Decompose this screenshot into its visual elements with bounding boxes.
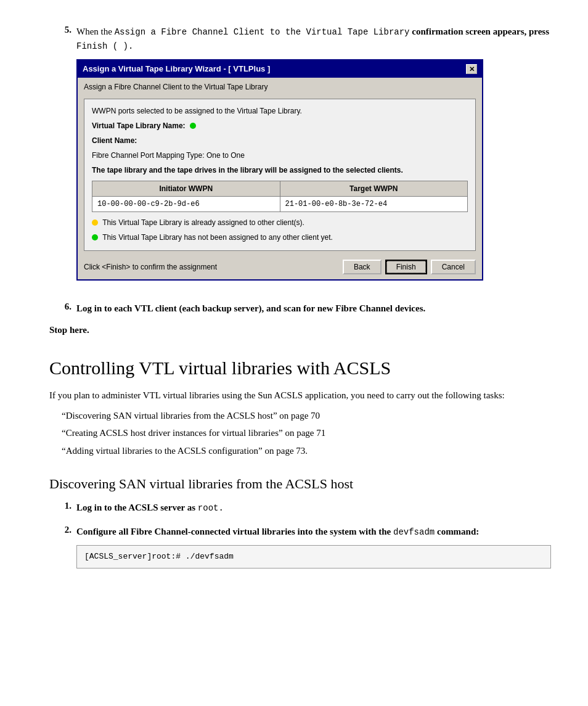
- dialog-titlebar: Assign a Virtual Tape Library Wizard - […: [78, 60, 482, 78]
- yellow-note-text: This Virtual Tape Library is already ass…: [102, 218, 304, 227]
- dialog-title: Assign a Virtual Tape Library Wizard - […: [83, 63, 270, 75]
- sub-step2-suffix: command:: [437, 527, 479, 536]
- bullet-list: “Discovering SAN virtual libraries from …: [62, 409, 551, 458]
- bullet-item-3: “Adding virtual libraries to the ACSLS c…: [62, 444, 551, 458]
- stop-here: Stop here.: [49, 325, 551, 335]
- yellow-note-line: This Virtual Tape Library is already ass…: [92, 217, 468, 228]
- step4-text: Log in to each VTL client (each backup s…: [76, 303, 425, 313]
- client-name-label: Client Name:: [92, 135, 468, 146]
- back-button[interactable]: Back: [343, 260, 382, 274]
- sub-step2-mono: devfsadm: [393, 527, 435, 537]
- subsection-heading: Discovering SAN virtual libraries from t…: [49, 476, 551, 492]
- wwpn-table: Initiator WWPN Target WWPN 10-00-00-00-c…: [92, 181, 468, 212]
- step3-finish: Finish ( ).: [76, 41, 133, 51]
- wwpn-note: WWPN ports selected to be assigned to th…: [92, 105, 468, 117]
- dialog-subtitle: Assign a Fibre Channel Client to the Vir…: [78, 78, 482, 95]
- sub-step2-text: Configure all Fibre Channel-connected vi…: [76, 527, 391, 536]
- finish-button[interactable]: Finish: [385, 260, 427, 274]
- step3-prefix: When the: [76, 27, 112, 36]
- green-dot-vtl: [190, 123, 196, 129]
- green-note-text: This Virtual Tape Library has not been a…: [102, 233, 333, 242]
- step3-suffix-bold: confirmation screen appears, press: [412, 27, 549, 36]
- section-intro: If you plan to administer VTL virtual li…: [49, 388, 551, 403]
- step3-mono1: Assign a Fibre Channel Client to the Vir…: [115, 27, 410, 37]
- dialog-buttons: Back Finish Cancel: [343, 260, 476, 274]
- green-note-line: This Virtual Tape Library has not been a…: [92, 232, 468, 243]
- dialog-body: WWPN ports selected to be assigned to th…: [84, 99, 476, 251]
- footer-instruction: Click <Finish> to confirm the assignment: [84, 261, 343, 273]
- section-heading: Controlling VTL virtual libraries with A…: [49, 358, 551, 379]
- vtl-name-label: Virtual Tape Library Name:: [92, 121, 186, 130]
- dialog-footer: Click <Finish> to confirm the assignment…: [78, 255, 482, 279]
- col-target: Target WWPN: [280, 181, 468, 196]
- initiator-wwpn: 10-00-00-00-c9-2b-9d-e6: [92, 196, 280, 211]
- sub-step1-mono: root.: [198, 503, 224, 513]
- cancel-button[interactable]: Cancel: [431, 260, 476, 274]
- green-dot-note: [92, 234, 98, 240]
- table-row: 10-00-00-00-c9-2b-9d-e6 21-01-00-e0-8b-3…: [92, 196, 468, 211]
- sub-step1-text: Log in to the ACSLS server as: [76, 503, 195, 512]
- col-initiator: Initiator WWPN: [92, 181, 280, 196]
- dialog-close-button[interactable]: ✕: [466, 64, 477, 74]
- bullet-item-2: “Creating ACSLS host driver instances fo…: [62, 426, 551, 440]
- bullet-item-1: “Discovering SAN virtual libraries from …: [62, 409, 551, 423]
- assignment-note: The tape library and the tape drives in …: [92, 166, 403, 174]
- vtl-wizard-dialog: Assign a Virtual Tape Library Wizard - […: [76, 59, 483, 281]
- yellow-dot: [92, 220, 98, 226]
- target-wwpn: 21-01-00-e0-8b-3e-72-e4: [280, 196, 468, 211]
- code-block: [ACSLS_server]root:# ./devfsadm: [76, 545, 551, 568]
- port-mapping-text: Fibre Channel Port Mapping Type: One to …: [92, 150, 468, 161]
